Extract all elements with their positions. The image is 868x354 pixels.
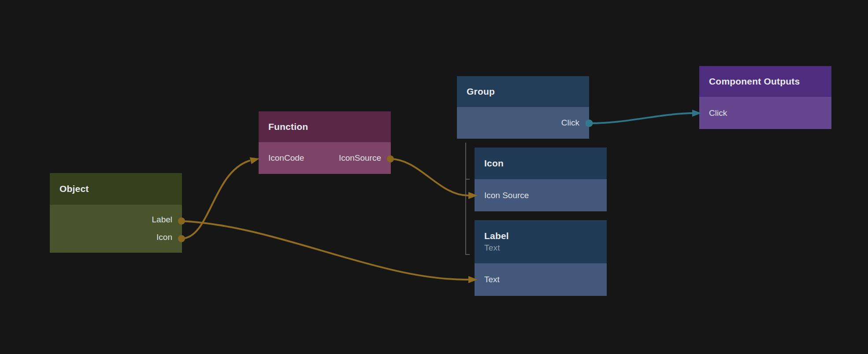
port-component-outputs-click-input-text: Click: [709, 108, 727, 118]
node-function-body: IconCode IconSource: [259, 142, 391, 174]
edge-object-icon-to-function-iconcode[interactable]: [182, 161, 249, 239]
node-icon-title: Icon: [484, 158, 504, 169]
edge-function-iconsource-to-icon-iconsource[interactable]: [390, 159, 468, 195]
node-component-outputs-title: Component Outputs: [709, 76, 800, 87]
node-icon[interactable]: Icon Icon Source: [475, 148, 607, 211]
node-group-title: Group: [467, 86, 495, 97]
node-label[interactable]: Label Text Text: [475, 220, 607, 296]
port-object-label-output-text: Label: [152, 215, 173, 225]
node-object-title: Object: [59, 183, 89, 195]
node-function-title: Function: [268, 121, 308, 133]
node-component-outputs[interactable]: Component Outputs Click: [699, 66, 831, 129]
node-group-header[interactable]: Group: [457, 76, 589, 107]
port-group-click-output[interactable]: Click: [457, 114, 589, 132]
node-object-header[interactable]: Object: [50, 173, 182, 205]
port-component-outputs-click-input[interactable]: Click: [699, 104, 831, 122]
node-object-body: Label Icon: [50, 205, 182, 253]
port-group-click-output-text: Click: [561, 118, 579, 128]
node-label-subtitle: Text: [484, 243, 500, 253]
port-object-icon-output[interactable]: Icon: [50, 229, 182, 246]
port-row-function: IconCode IconSource: [259, 149, 391, 167]
edge-group-click-to-component-click[interactable]: [589, 113, 692, 123]
node-object[interactable]: Object Label Icon: [50, 173, 182, 253]
group-children-bracket: [466, 143, 470, 254]
node-component-outputs-body: Click: [699, 97, 831, 129]
port-icon-iconsource-input-text: Icon Source: [484, 191, 529, 200]
node-label-header[interactable]: Label Text: [475, 220, 607, 263]
node-group-body: Click: [457, 107, 589, 139]
node-label-body: Text: [475, 263, 607, 296]
node-icon-header[interactable]: Icon: [475, 148, 607, 179]
node-group[interactable]: Group Click: [457, 76, 589, 139]
port-object-label-output[interactable]: Label: [50, 211, 182, 229]
port-object-icon-output-text: Icon: [156, 232, 172, 242]
node-icon-body: Icon Source: [475, 179, 607, 211]
node-label-title: Label: [484, 230, 509, 242]
node-editor-canvas[interactable]: Object Label Icon Function IconCode Icon…: [0, 0, 868, 354]
edge-object-label-to-label-text[interactable]: [182, 221, 468, 280]
node-function-header[interactable]: Function: [259, 111, 391, 142]
port-function-iconcode-input[interactable]: IconCode: [268, 153, 304, 163]
node-function[interactable]: Function IconCode IconSource: [259, 111, 391, 174]
port-icon-iconsource-input[interactable]: Icon Source: [475, 187, 607, 204]
port-function-iconsource-output[interactable]: IconSource: [339, 153, 381, 163]
node-component-outputs-header[interactable]: Component Outputs: [699, 66, 831, 97]
port-label-text-input[interactable]: Text: [475, 271, 607, 288]
port-label-text-input-text: Text: [484, 275, 500, 284]
